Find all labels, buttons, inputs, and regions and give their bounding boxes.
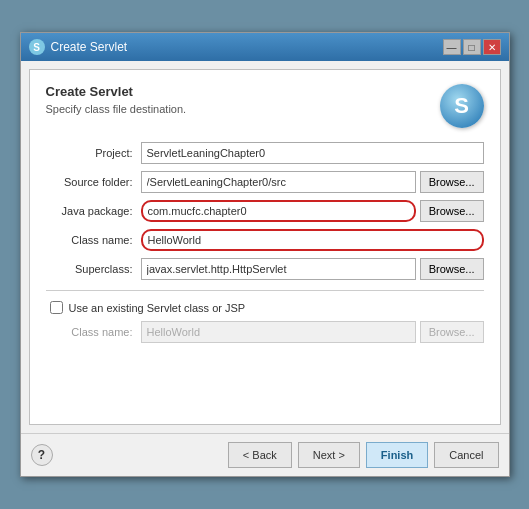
source-folder-input[interactable] (141, 171, 416, 193)
disabled-class-row: Class name: Browse... (46, 321, 484, 343)
form-section: Project: ServletLeaningChapter0 Source f… (46, 142, 484, 410)
close-button[interactable]: ✕ (483, 39, 501, 55)
source-folder-label: Source folder: (46, 176, 141, 188)
separator (46, 290, 484, 291)
project-row: Project: ServletLeaningChapter0 (46, 142, 484, 164)
footer: ? < Back Next > Finish Cancel (21, 433, 509, 476)
back-button[interactable]: < Back (228, 442, 292, 468)
existing-servlet-checkbox[interactable] (50, 301, 63, 314)
java-package-input[interactable] (141, 200, 416, 222)
logo-icon: S (440, 84, 484, 128)
class-name-input[interactable] (141, 229, 484, 251)
content-title-section: Create Servlet Specify class file destin… (46, 84, 187, 115)
java-package-label: Java package: (46, 205, 141, 217)
java-package-row: Java package: Browse... (46, 200, 484, 222)
title-bar-left: S Create Servlet (29, 39, 128, 55)
finish-button[interactable]: Finish (366, 442, 428, 468)
superclass-row: Superclass: Browse... (46, 258, 484, 280)
create-servlet-dialog: S Create Servlet — □ ✕ Create Servlet Sp… (20, 32, 510, 477)
source-folder-browse-button[interactable]: Browse... (420, 171, 484, 193)
content-header: Create Servlet Specify class file destin… (46, 84, 484, 128)
minimize-button[interactable]: — (443, 39, 461, 55)
class-name-label: Class name: (46, 234, 141, 246)
dialog-title: Create Servlet (51, 40, 128, 54)
project-label: Project: (46, 147, 141, 159)
footer-right: < Back Next > Finish Cancel (228, 442, 499, 468)
cancel-button[interactable]: Cancel (434, 442, 498, 468)
class-name-row: Class name: (46, 229, 484, 251)
maximize-button[interactable]: □ (463, 39, 481, 55)
source-folder-row: Source folder: Browse... (46, 171, 484, 193)
superclass-label: Superclass: (46, 263, 141, 275)
dialog-icon: S (29, 39, 45, 55)
content-subheading: Specify class file destination. (46, 103, 187, 115)
disabled-class-input (141, 321, 416, 343)
checkbox-label: Use an existing Servlet class or JSP (69, 302, 246, 314)
disabled-class-browse-button: Browse... (420, 321, 484, 343)
title-bar: S Create Servlet — □ ✕ (21, 33, 509, 61)
content-panel: Create Servlet Specify class file destin… (29, 69, 501, 425)
content-heading: Create Servlet (46, 84, 187, 99)
project-select[interactable]: ServletLeaningChapter0 (141, 142, 484, 164)
footer-left: ? (31, 444, 53, 466)
checkbox-row: Use an existing Servlet class or JSP (46, 301, 484, 314)
help-button[interactable]: ? (31, 444, 53, 466)
next-button[interactable]: Next > (298, 442, 360, 468)
title-controls: — □ ✕ (443, 39, 501, 55)
disabled-class-label: Class name: (46, 326, 141, 338)
superclass-input[interactable] (141, 258, 416, 280)
java-package-browse-button[interactable]: Browse... (420, 200, 484, 222)
superclass-browse-button[interactable]: Browse... (420, 258, 484, 280)
project-select-wrapper: ServletLeaningChapter0 (141, 142, 484, 164)
empty-area (46, 350, 484, 410)
